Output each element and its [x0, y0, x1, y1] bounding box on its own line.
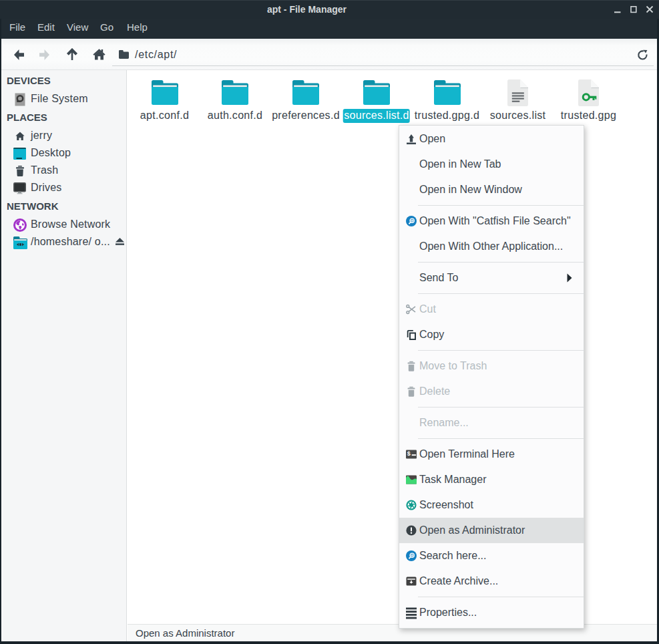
svg-text:$: $: [407, 450, 411, 457]
